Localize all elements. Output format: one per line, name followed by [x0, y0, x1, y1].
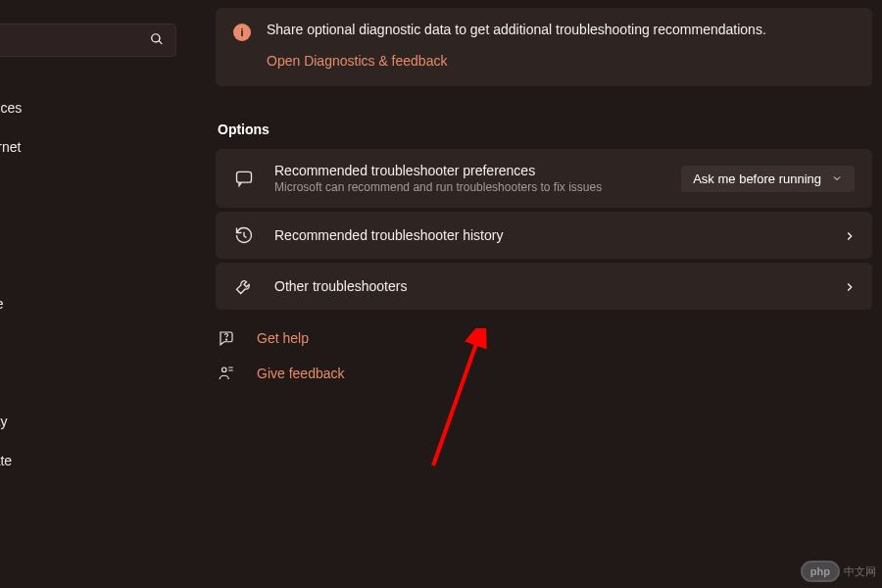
- sidebar-item-label: rk & internet: [0, 139, 21, 155]
- option-other-troubleshooters[interactable]: Other troubleshooters: [216, 263, 872, 310]
- sidebar-item-windows-update[interactable]: ws Update: [0, 441, 176, 480]
- option-troubleshooter-preferences: Recommended troubleshooter preferences M…: [216, 149, 872, 208]
- give-feedback-link[interactable]: Give feedback: [257, 366, 345, 381]
- section-title-options: Options: [218, 122, 872, 137]
- sidebar-item-label: th & devices: [0, 100, 22, 116]
- dropdown-value: Ask me before running: [693, 172, 821, 186]
- sidebar-item-time-language[interactable]: language: [0, 284, 176, 323]
- open-diagnostics-link[interactable]: Open Diagnostics & feedback: [267, 53, 447, 69]
- sidebar-item-accessibility[interactable]: bility: [0, 363, 176, 402]
- sidebar-item-bluetooth-devices[interactable]: th & devices: [0, 88, 176, 127]
- watermark: php 中文网: [801, 561, 876, 582]
- sidebar: th & devices rk & internet alization ts …: [0, 0, 176, 588]
- chat-icon: [233, 169, 255, 188]
- get-help-link[interactable]: Get help: [257, 330, 309, 346]
- sidebar-item-label: language: [0, 296, 4, 312]
- sidebar-item-label: ws Update: [0, 453, 12, 468]
- sidebar-item-personalization[interactable]: alization: [0, 167, 176, 206]
- sidebar-item-accounts[interactable]: ts: [0, 245, 176, 284]
- option-troubleshooter-history[interactable]: Recommended troubleshooter history: [216, 212, 872, 259]
- sidebar-item-privacy-security[interactable]: & security: [0, 402, 176, 441]
- option-subtitle: Microsoft can recommend and run troubles…: [274, 180, 662, 194]
- main-content: i Share optional diagnostic data to get …: [206, 0, 882, 588]
- diagnostic-banner: i Share optional diagnostic data to get …: [216, 8, 872, 86]
- watermark-badge: php: [801, 561, 840, 582]
- chevron-right-icon: [843, 280, 855, 292]
- help-icon: [218, 329, 239, 347]
- chevron-down-icon: [831, 172, 843, 184]
- troubleshooter-preference-dropdown[interactable]: Ask me before running: [681, 166, 855, 192]
- watermark-text: 中文网: [844, 564, 876, 579]
- history-icon: [233, 225, 255, 245]
- search-icon: [150, 32, 164, 49]
- search-input-container[interactable]: [0, 24, 176, 57]
- give-feedback-row: Give feedback: [216, 357, 872, 390]
- svg-rect-0: [237, 172, 252, 182]
- sidebar-item-network-internet[interactable]: rk & internet: [0, 127, 176, 167]
- svg-point-2: [222, 368, 227, 372]
- chevron-right-icon: [843, 229, 855, 241]
- svg-point-1: [225, 339, 226, 340]
- banner-text: Share optional diagnostic data to get ad…: [267, 22, 766, 37]
- sidebar-item-label: & security: [0, 414, 7, 429]
- feedback-icon: [218, 365, 239, 382]
- wrench-icon: [233, 276, 255, 296]
- option-title: Recommended troubleshooter history: [274, 227, 823, 243]
- option-title: Other troubleshooters: [274, 278, 823, 294]
- get-help-row: Get help: [216, 321, 872, 355]
- option-title: Recommended troubleshooter preferences: [274, 163, 662, 178]
- sidebar-item-gaming[interactable]: g: [0, 323, 176, 363]
- info-icon: i: [233, 24, 251, 41]
- search-input[interactable]: [0, 32, 126, 48]
